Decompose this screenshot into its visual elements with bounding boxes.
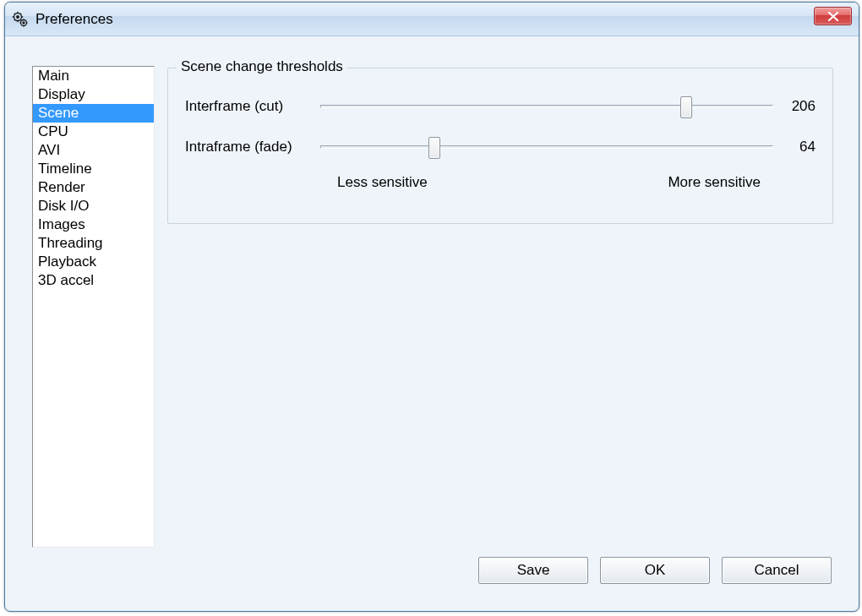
sidebar-item-cpu[interactable]: CPU bbox=[33, 123, 154, 141]
svg-line-7 bbox=[20, 19, 21, 20]
slider-track bbox=[320, 105, 773, 108]
close-button[interactable] bbox=[814, 7, 852, 25]
interframe-value: 206 bbox=[773, 98, 816, 115]
category-list[interactable]: MainDisplaySceneCPUAVITimelineRenderDisk… bbox=[32, 66, 155, 548]
intraframe-value: 64 bbox=[773, 139, 816, 155]
svg-line-6 bbox=[14, 13, 15, 14]
svg-point-11 bbox=[23, 22, 25, 24]
sidebar-item-main[interactable]: Main bbox=[33, 67, 154, 85]
svg-line-8 bbox=[14, 19, 15, 20]
sidebar-item-display[interactable]: Display bbox=[33, 85, 154, 104]
slider-track bbox=[320, 145, 773, 149]
sidebar-item-avi[interactable]: AVI bbox=[33, 141, 154, 160]
close-icon bbox=[827, 12, 839, 21]
cancel-button[interactable]: Cancel bbox=[722, 557, 832, 584]
scene-thresholds-group: Scene change thresholds Interframe (cut)… bbox=[167, 68, 833, 224]
save-button[interactable]: Save bbox=[478, 557, 588, 584]
interframe-slider[interactable] bbox=[320, 95, 773, 117]
group-title: Scene change thresholds bbox=[177, 58, 347, 75]
slider-thumb[interactable] bbox=[680, 96, 692, 118]
sidebar-item-timeline[interactable]: Timeline bbox=[33, 160, 154, 178]
sidebar-item-scene[interactable]: Scene bbox=[33, 104, 154, 123]
interframe-row: Interframe (cut) 206 bbox=[185, 94, 816, 119]
sidebar-item-disk-i-o[interactable]: Disk I/O bbox=[33, 197, 154, 215]
sidebar-item-render[interactable]: Render bbox=[33, 178, 154, 197]
sidebar-item-3d-accel[interactable]: 3D accel bbox=[33, 271, 154, 290]
sidebar-item-threading[interactable]: Threading bbox=[33, 234, 154, 253]
svg-point-1 bbox=[17, 15, 19, 18]
client-area: MainDisplaySceneCPUAVITimelineRenderDisk… bbox=[14, 42, 850, 602]
preferences-window: Preferences MainDisplaySceneCPUAVITimeli… bbox=[4, 2, 859, 612]
sidebar-item-images[interactable]: Images bbox=[33, 215, 154, 234]
interframe-label: Interframe (cut) bbox=[185, 98, 320, 115]
intraframe-row: Intraframe (fade) 64 bbox=[185, 134, 816, 160]
app-gear-icon bbox=[12, 11, 29, 28]
titlebar: Preferences bbox=[5, 3, 859, 36]
sensitivity-labels: Less sensitive More sensitive bbox=[185, 170, 816, 195]
intraframe-slider[interactable] bbox=[320, 136, 773, 158]
window-title: Preferences bbox=[35, 11, 113, 28]
ok-button[interactable]: OK bbox=[600, 557, 710, 584]
less-sensitive-label: Less sensitive bbox=[337, 174, 428, 191]
intraframe-label: Intraframe (fade) bbox=[185, 139, 320, 155]
slider-thumb[interactable] bbox=[428, 137, 440, 159]
dialog-buttons: Save OK Cancel bbox=[478, 557, 832, 584]
sidebar-item-playback[interactable]: Playback bbox=[33, 253, 154, 271]
svg-line-9 bbox=[20, 13, 21, 14]
more-sensitive-label: More sensitive bbox=[668, 174, 761, 191]
